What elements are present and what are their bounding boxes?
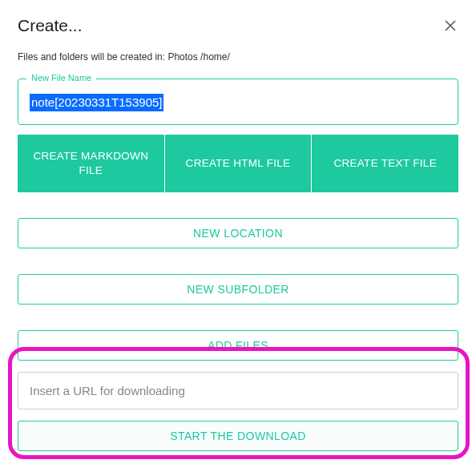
create-html-button[interactable]: CREATE HTML FILE <box>165 135 312 192</box>
close-icon[interactable] <box>442 18 458 34</box>
filename-input[interactable]: note[20230331T153905] <box>30 94 163 111</box>
url-input[interactable] <box>18 372 458 409</box>
location-subtext: Files and folders will be created in: Ph… <box>18 51 458 63</box>
start-download-button[interactable]: START THE DOWNLOAD <box>18 421 458 451</box>
create-button-group: CREATE MARKDOWN FILE CREATE HTML FILE CR… <box>18 135 458 192</box>
url-download-group: START THE DOWNLOAD <box>18 372 458 451</box>
add-files-button[interactable]: ADD FILES <box>18 330 458 361</box>
filename-legend: New File Name <box>26 73 96 83</box>
dialog-title: Create... <box>18 16 83 35</box>
x-icon <box>444 19 457 32</box>
new-location-button[interactable]: NEW LOCATION <box>18 218 458 248</box>
new-subfolder-button[interactable]: NEW SUBFOLDER <box>18 274 458 305</box>
create-text-button[interactable]: CREATE TEXT FILE <box>312 135 458 192</box>
filename-input-wrap[interactable]: note[20230331T153905] <box>18 79 458 124</box>
dialog-header: Create... <box>18 16 458 35</box>
filename-fieldset: New File Name note[20230331T153905] <box>18 79 458 125</box>
create-markdown-button[interactable]: CREATE MARKDOWN FILE <box>18 135 164 192</box>
create-dialog: Create... Files and folders will be crea… <box>0 0 476 467</box>
